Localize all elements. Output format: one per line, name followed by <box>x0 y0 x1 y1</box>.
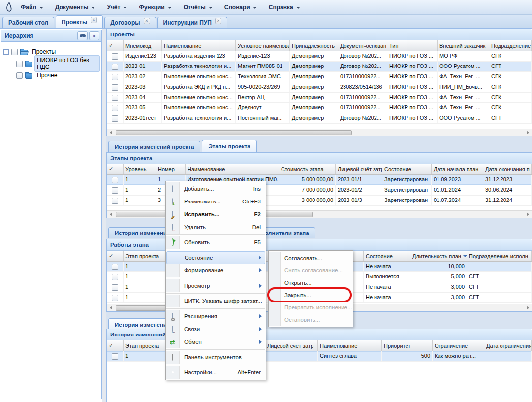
context-menu-item[interactable]: ⇄Обмен <box>166 335 266 348</box>
row-checkbox[interactable] <box>112 115 118 122</box>
column-header[interactable]: Подразделение-исполн <box>467 251 532 261</box>
horizontal-scrollbar[interactable] <box>107 129 532 136</box>
context-menu-item[interactable]: Панель инструментов <box>166 351 266 364</box>
tab-project-history[interactable]: История изменений проекта <box>108 141 200 152</box>
row-checkbox[interactable] <box>112 177 118 183</box>
scroll-right-icon[interactable] <box>524 211 532 218</box>
column-header[interactable]: Лицевой счёт затр <box>265 340 318 351</box>
row-checkbox[interactable] <box>112 95 118 101</box>
row-checkbox[interactable] <box>112 105 118 111</box>
tab-projects[interactable]: Проекты× <box>56 15 103 28</box>
column-header[interactable]: Стоимость этапа <box>279 164 336 174</box>
row-checkbox[interactable] <box>112 295 118 301</box>
row-checkbox[interactable] <box>112 264 118 270</box>
row-checkbox[interactable] <box>112 64 118 70</box>
tree-checkbox[interactable] <box>11 49 18 55</box>
column-header[interactable]: Подразделение-от <box>489 40 532 51</box>
context-menu-item[interactable]: ОбновитьF5 <box>166 236 266 249</box>
scroll-right-icon[interactable] <box>524 304 532 312</box>
column-header[interactable]: Состояние <box>382 164 432 174</box>
tab-project-stages[interactable]: Этапы проекта <box>202 140 256 152</box>
sidebar-splitter[interactable] <box>102 29 106 402</box>
scroll-left-icon[interactable] <box>107 211 115 218</box>
menu-reports[interactable]: Отчёты <box>178 1 219 13</box>
context-menu-item[interactable]: Расширения <box>166 310 266 323</box>
tab-instructions[interactable]: Инструкции ПУП× <box>157 17 227 28</box>
select-all-header[interactable]: ✓ <box>107 340 124 351</box>
column-header[interactable]: Ограничение <box>433 340 484 351</box>
column-header[interactable]: Внешний заказчик <box>438 40 489 51</box>
binoculars-icon[interactable] <box>77 31 88 40</box>
context-menu-item[interactable]: ЦИТК. Указать шифр затрат... <box>166 295 266 307</box>
tree-checkbox[interactable] <box>16 72 23 79</box>
tab-contracts[interactable]: Договоры× <box>104 17 156 28</box>
context-menu-item[interactable]: Просмотр <box>166 279 266 292</box>
scrollbar-thumb[interactable] <box>116 130 352 135</box>
column-header[interactable]: Длительность план <box>410 251 467 261</box>
context-menu-item[interactable]: Исправить...F2 <box>166 208 266 221</box>
row-checkbox[interactable] <box>112 284 118 291</box>
submenu-item[interactable]: Закрыть... <box>269 289 353 301</box>
close-icon[interactable]: × <box>91 17 97 23</box>
submenu-item[interactable]: Открыть... <box>269 276 353 289</box>
context-menu-item[interactable]: –УдалитьDel <box>166 221 266 234</box>
column-header[interactable]: Документ-основан <box>338 40 387 51</box>
select-all-header[interactable]: ✓ <box>107 251 124 261</box>
column-header[interactable]: Дата начала план <box>432 164 483 174</box>
column-header[interactable]: Принадлежность <box>290 40 338 51</box>
context-menu-item[interactable]: Формирование <box>166 264 266 277</box>
table-row[interactable]: Изделие123Разработка изделия 123Изделие-… <box>107 51 532 62</box>
scroll-left-icon[interactable] <box>107 304 115 312</box>
table-row[interactable]: 2023-05Выполнение опытно-конс...Дредноут… <box>107 103 532 113</box>
row-checkbox[interactable] <box>112 187 118 194</box>
table-row[interactable]: 2023-01тестРазработка технологии и...Пос… <box>107 113 532 124</box>
menu-help[interactable]: Справка <box>263 1 306 13</box>
row-checkbox[interactable] <box>112 53 118 60</box>
column-header[interactable]: Наименование <box>318 340 382 351</box>
column-header[interactable]: Наименование <box>186 164 279 174</box>
table-row[interactable]: 2023-01Разработка технологии и...Магнит … <box>107 62 532 72</box>
row-checkbox[interactable] <box>112 198 118 204</box>
context-menu-item[interactable]: Настройки...Alt+Enter <box>166 366 266 379</box>
column-header[interactable]: Номер <box>156 164 186 174</box>
column-header[interactable]: Тип <box>387 40 438 51</box>
close-icon[interactable]: × <box>144 18 150 24</box>
collapse-expander-icon[interactable] <box>3 49 9 55</box>
column-header[interactable]: Состояние <box>364 251 410 261</box>
submenu-item[interactable]: Согласовать... <box>269 252 353 264</box>
column-header[interactable]: Лицевой счёт затрат. <box>336 164 382 174</box>
tab-desktop[interactable]: Рабочий стол <box>2 17 54 28</box>
menu-documents[interactable]: Документы <box>49 1 101 13</box>
scroll-right-icon[interactable] <box>524 129 532 136</box>
row-checkbox[interactable] <box>112 274 118 280</box>
table-row[interactable]: 2023-04Выполнение опытно-конс...Вектор-А… <box>107 93 532 103</box>
select-all-header[interactable]: ✓ <box>107 40 124 51</box>
column-header[interactable]: Условное наименова <box>236 40 290 51</box>
context-menu-item[interactable]: +Размножить...Ctrl+F3 <box>166 195 266 208</box>
column-header[interactable]: Уровень <box>124 164 156 174</box>
menu-file[interactable]: Файл <box>15 1 49 13</box>
column-header[interactable]: Дата ограничения <box>484 340 532 351</box>
collapse-icon[interactable]: « <box>89 31 99 40</box>
context-menu-item[interactable]: ∞Связи <box>166 323 266 335</box>
sidebar-header: Иерархия « <box>1 30 101 42</box>
tree-item-niokr[interactable]: НИОКР по ГОЗ без НДС <box>3 58 99 69</box>
context-menu-item[interactable]: Добавить...Ins <box>166 182 266 195</box>
menu-accounting[interactable]: Учёт <box>101 1 133 13</box>
select-all-header[interactable]: ✓ <box>107 164 124 174</box>
column-header[interactable]: Дата окончания п <box>483 164 532 174</box>
row-checkbox[interactable] <box>112 74 118 80</box>
tree-checkbox[interactable] <box>16 61 23 67</box>
row-checkbox[interactable] <box>112 84 118 91</box>
menu-dictionaries[interactable]: Словари <box>219 1 263 13</box>
close-icon[interactable]: × <box>215 18 221 24</box>
table-row[interactable]: 2023-03Разработка ЭКД и РКД н...905-U020… <box>107 82 532 93</box>
menu-functions[interactable]: Функции <box>133 1 177 13</box>
column-header[interactable]: Приоритет <box>382 340 433 351</box>
table-row[interactable]: 2023-02Выполнение опытно-конс...Технолог… <box>107 72 532 82</box>
context-menu-item[interactable]: Состояние <box>166 251 265 264</box>
column-header[interactable]: Наименование <box>162 40 236 51</box>
scroll-left-icon[interactable] <box>107 129 115 136</box>
row-checkbox[interactable] <box>112 353 118 360</box>
column-header[interactable]: Мнемокод <box>124 40 162 51</box>
